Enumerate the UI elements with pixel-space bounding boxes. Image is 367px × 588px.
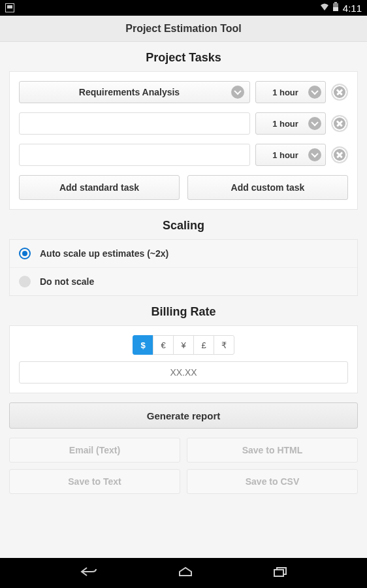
duration-select[interactable]: 1 hour [255,81,326,103]
scaling-label: Do not scale [40,276,94,287]
remove-button[interactable] [331,115,348,132]
recent-apps-icon[interactable] [272,566,288,580]
radio-unchecked-icon [19,276,31,287]
task-select[interactable] [19,112,250,135]
chevron-down-icon [308,117,321,130]
task-row: Requirements Analysis 1 hour [19,81,348,103]
email-text-button[interactable]: Email (Text) [9,438,180,463]
add-standard-task-button[interactable]: Add standard task [19,175,180,200]
scaling-title: Scaling [9,219,358,233]
tasks-title: Project Tasks [9,51,358,65]
duration-label: 1 hour [263,119,308,129]
task-row: 1 hour [19,144,348,166]
duration-label: 1 hour [263,88,308,97]
scaling-option-none[interactable]: Do not scale [10,267,357,295]
app-title: Project Estimation Tool [125,23,242,35]
chevron-down-icon [231,86,244,99]
battery-icon [332,2,339,14]
currency-euro[interactable]: € [153,335,174,355]
save-csv-button[interactable]: Save to CSV [187,469,358,494]
task-select[interactable] [19,144,250,166]
app-header: Project Estimation Tool [0,16,367,42]
currency-dollar[interactable]: $ [133,335,153,355]
chevron-down-icon [308,86,321,99]
generate-report-button[interactable]: Generate report [9,402,358,429]
back-icon[interactable] [79,566,99,580]
svg-rect-0 [334,2,337,3]
billing-card: $ € ¥ £ ₹ [9,325,358,393]
remove-button[interactable] [331,146,348,163]
duration-label: 1 hour [263,150,308,160]
currency-pound[interactable]: £ [193,335,214,355]
wifi-icon [319,3,330,14]
svg-rect-3 [274,570,283,576]
clock: 4:11 [343,3,362,14]
save-text-button[interactable]: Save to Text [9,469,180,494]
scaling-label: Auto scale up estimates (~2x) [40,248,168,259]
svg-rect-2 [333,7,338,11]
task-select[interactable]: Requirements Analysis [19,81,250,103]
duration-select[interactable]: 1 hour [255,112,326,135]
tasks-card: Requirements Analysis 1 hour 1 hour [9,71,358,210]
rate-input[interactable] [19,361,348,384]
save-html-button[interactable]: Save to HTML [187,438,358,463]
image-icon [5,3,14,12]
home-icon[interactable] [178,566,193,580]
nav-bar [0,558,367,588]
status-bar: 4:11 [0,0,367,16]
billing-title: Billing Rate [9,305,358,319]
currency-yen[interactable]: ¥ [173,335,194,355]
currency-toggle: $ € ¥ £ ₹ [19,335,348,355]
scaling-option-auto[interactable]: Auto scale up estimates (~2x) [10,240,357,267]
radio-checked-icon [19,248,31,259]
currency-rupee[interactable]: ₹ [214,335,234,355]
remove-button[interactable] [331,84,348,101]
chevron-down-icon [308,148,321,161]
task-label: Requirements Analysis [27,87,231,97]
scaling-card: Auto scale up estimates (~2x) Do not sca… [9,239,358,296]
duration-select[interactable]: 1 hour [255,144,326,166]
add-custom-task-button[interactable]: Add custom task [187,175,348,200]
task-row: 1 hour [19,112,348,135]
